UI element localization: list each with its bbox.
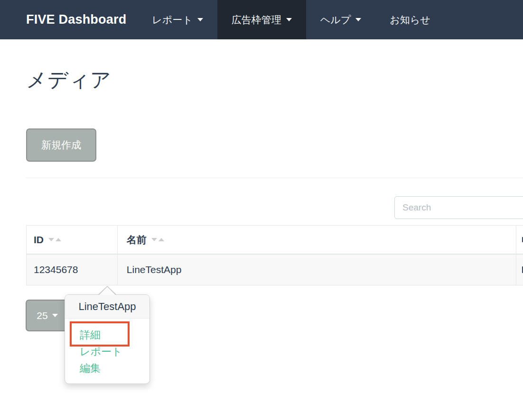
nav-item-ad-slot-management[interactable]: 広告枠管理	[217, 0, 306, 39]
nav-item-label: ヘルプ	[320, 13, 351, 27]
chevron-down-icon	[355, 18, 361, 21]
cell-clipped	[516, 255, 523, 285]
navbar: FIVE Dashboard レポート 広告枠管理 ヘルプ お知らせ	[0, 0, 523, 39]
search-input[interactable]	[394, 196, 523, 219]
nav-item-label: 広告枠管理	[232, 13, 281, 27]
sort-desc-icon	[48, 238, 54, 241]
create-new-button[interactable]: 新規作成	[26, 128, 96, 162]
table-header-row: ID 名前	[27, 226, 523, 255]
media-table: ID 名前 12345678 LineTestApp	[26, 225, 523, 285]
page-size-value: 25	[37, 310, 47, 321]
chevron-down-icon	[286, 18, 292, 21]
create-new-button-label: 新規作成	[41, 138, 81, 152]
popover-title: LineTestApp	[65, 295, 149, 319]
popover-link-detail[interactable]: 詳細	[80, 327, 101, 343]
column-header-clipped	[516, 226, 523, 254]
nav-item-help[interactable]: ヘルプ	[306, 0, 375, 39]
cell-name: LineTestApp	[117, 255, 516, 285]
popover-links: 詳細 レポート 編集	[65, 319, 149, 376]
chevron-down-icon	[52, 314, 58, 317]
popover-link-edit[interactable]: 編集	[80, 360, 101, 376]
screen: FIVE Dashboard レポート 広告枠管理 ヘルプ お知らせ メディア …	[0, 0, 523, 420]
nav-menu: レポート 広告枠管理 ヘルプ お知らせ	[138, 0, 444, 39]
sort-icons[interactable]	[48, 238, 61, 241]
sort-icons[interactable]	[151, 238, 164, 241]
cell-id: 12345678	[27, 255, 117, 285]
sort-asc-icon	[56, 238, 61, 241]
divider	[26, 178, 523, 178]
row-action-popover: LineTestApp 詳細 レポート 編集	[65, 294, 150, 384]
nav-item-label: お知らせ	[390, 13, 430, 27]
popover-arrow-icon	[99, 287, 116, 295]
column-header-label: 名前	[127, 233, 147, 247]
page-size-dropdown[interactable]: 25	[26, 300, 69, 331]
page-title: メディア	[26, 66, 112, 94]
sort-desc-icon	[151, 238, 157, 241]
column-header-name[interactable]: 名前	[117, 226, 516, 254]
table-row[interactable]: 12345678 LineTestApp	[27, 255, 523, 285]
chevron-down-icon	[197, 18, 203, 21]
sort-asc-icon	[159, 238, 164, 241]
popover-link-report[interactable]: レポート	[80, 343, 122, 360]
brand-title[interactable]: FIVE Dashboard	[26, 0, 126, 39]
column-header-id[interactable]: ID	[27, 226, 117, 254]
nav-item-report[interactable]: レポート	[138, 0, 217, 39]
nav-item-news[interactable]: お知らせ	[375, 0, 444, 39]
column-header-label: ID	[34, 234, 44, 246]
nav-item-label: レポート	[152, 13, 192, 27]
